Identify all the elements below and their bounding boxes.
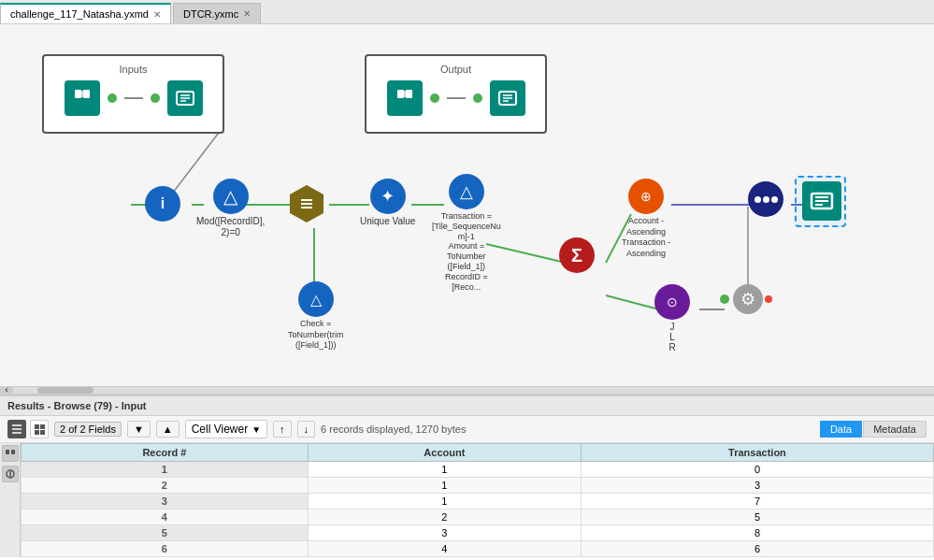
tab-bar: challenge_117_Natasha.yxmd ✕ DTCR.yxmc ✕	[0, 0, 934, 24]
results-title: Results - Browse (79) - Input	[7, 400, 147, 411]
row-icon-1[interactable]	[2, 445, 19, 462]
node-summarize[interactable]: Σ	[559, 237, 595, 273]
tab-dtcr-label: DTCR.yxmc	[183, 8, 238, 20]
cell-account: 1	[308, 478, 581, 494]
output-connector-dot	[430, 93, 439, 103]
cell-record: 6	[22, 541, 309, 557]
node-browse-output[interactable]	[802, 181, 841, 221]
col-transaction: Transaction	[581, 444, 933, 462]
data-meta-tabs: Data Metadata	[820, 421, 927, 438]
output-connector-line	[447, 97, 466, 99]
svg-rect-49	[11, 450, 15, 454]
table-row: 538	[22, 525, 934, 541]
node-connect[interactable]	[748, 181, 783, 217]
svg-rect-44	[35, 424, 39, 429]
node-unique[interactable]: ✦ Unique Value	[360, 179, 415, 226]
table-row: 213	[22, 478, 934, 494]
sort-down-btn[interactable]: ▼	[127, 421, 151, 438]
move-up-btn[interactable]: ↑	[273, 421, 292, 438]
node-formula-mod-label: Mod([RecordID],2)=0	[196, 216, 265, 238]
node-formula-mod[interactable]: △ Mod([RecordID],2)=0	[196, 179, 265, 238]
cell-viewer-label: Cell Viewer	[192, 423, 248, 436]
node-sort-label: Account -AscendingTransaction -Ascending	[622, 216, 670, 260]
records-info: 6 records displayed, 1270 bytes	[321, 424, 466, 435]
output-browse-icon	[490, 80, 525, 116]
cell-record: 3	[22, 494, 309, 510]
node-formula-transaction[interactable]: △ Transaction =[Tile_SequenceNum]-1Amoun…	[432, 174, 501, 292]
svg-line-12	[606, 295, 659, 309]
svg-rect-47	[40, 430, 45, 435]
tab-dtcr-close[interactable]: ✕	[243, 8, 251, 19]
svg-rect-20	[75, 90, 81, 98]
left-icons-panel	[0, 443, 21, 557]
cell-transaction: 7	[581, 494, 933, 510]
tab-dtcr[interactable]: DTCR.yxmc ✕	[173, 3, 261, 23]
cell-record: 2	[22, 478, 309, 494]
node-select[interactable]	[288, 185, 325, 223]
tab-challenge-close[interactable]: ✕	[153, 9, 161, 20]
cell-account: 3	[308, 525, 581, 541]
tab-challenge-label: challenge_117_Natasha.yxmd	[10, 8, 149, 20]
bottom-panel: Results - Browse (79) - Input 2 of 2 Fie…	[0, 395, 934, 560]
cell-transaction: 5	[581, 510, 933, 525]
connector-line	[124, 97, 143, 99]
node-info[interactable]: i	[145, 186, 180, 222]
fields-badge: 2 of 2 Fields	[54, 422, 122, 437]
node-join[interactable]: ⊙ JLR	[654, 284, 690, 352]
table-row: 317	[22, 494, 934, 510]
table-container: Record # Account Transaction 11021331742…	[0, 443, 934, 557]
move-down-btn[interactable]: ↓	[297, 421, 316, 438]
cell-record: 1	[22, 462, 309, 478]
node-sort[interactable]: ⊕ Account -AscendingTransaction -Ascendi…	[622, 179, 670, 260]
connector-dot2	[151, 93, 160, 103]
cell-record: 4	[22, 510, 309, 525]
scroll-left-btn[interactable]: ‹	[0, 386, 13, 394]
inputs-title: Inputs	[55, 64, 211, 75]
cell-record: 5	[22, 525, 309, 541]
cell-transaction: 8	[581, 525, 933, 541]
metadata-tab[interactable]: Metadata	[863, 421, 927, 438]
results-header: Results - Browse (79) - Input	[0, 396, 934, 416]
scrollbar-thumb	[37, 387, 93, 394]
inputs-box: Inputs	[42, 54, 224, 134]
node-join-label: JLR	[668, 322, 675, 352]
table-row: 646	[22, 541, 934, 557]
toolbar-left-icons	[7, 420, 49, 438]
tab-challenge[interactable]: challenge_117_Natasha.yxmd ✕	[0, 3, 171, 23]
table-scroll-area[interactable]: Record # Account Transaction 11021331742…	[21, 443, 934, 557]
node-config[interactable]: ⚙	[720, 284, 772, 314]
grid-view-icon[interactable]	[30, 420, 49, 438]
cell-viewer-dropdown[interactable]: Cell Viewer ▼	[185, 420, 267, 438]
svg-rect-21	[83, 90, 90, 98]
list-view-icon[interactable]	[7, 420, 26, 438]
cell-account: 4	[308, 541, 581, 557]
sort-up-btn[interactable]: ▲	[156, 421, 180, 438]
node-formula-check[interactable]: △ Check =ToNumber(trim([Field_1]))	[288, 281, 344, 352]
output-connector-dot2	[473, 93, 482, 103]
table-row: 425	[22, 510, 934, 525]
inputs-book-icon	[65, 80, 100, 116]
row-icon-2[interactable]	[2, 466, 19, 482]
output-box: Output	[365, 54, 547, 134]
output-title: Output	[378, 64, 534, 75]
data-table: Record # Account Transaction 11021331742…	[21, 443, 934, 557]
cell-transaction: 6	[581, 541, 933, 557]
node-unique-label: Unique Value	[360, 216, 415, 226]
canvas-area: Inputs Output i	[0, 24, 934, 395]
toolbar-row: 2 of 2 Fields ▼ ▲ Cell Viewer ▼ ↑ ↓ 6 re…	[0, 416, 934, 443]
node-config-connector	[720, 294, 729, 304]
col-record: Record #	[22, 444, 309, 462]
node-config-minus	[765, 295, 772, 303]
svg-rect-48	[6, 450, 9, 454]
cell-account: 1	[308, 494, 581, 510]
dropdown-arrow-icon: ▼	[251, 424, 261, 435]
connector-dot	[108, 93, 117, 103]
data-tab[interactable]: Data	[820, 421, 862, 438]
inputs-browse-icon	[167, 80, 203, 116]
node-formula-check-label: Check =ToNumber(trim([Field_1]))	[288, 319, 344, 352]
svg-rect-27	[397, 90, 404, 98]
svg-rect-46	[35, 430, 39, 435]
col-account: Account	[308, 444, 581, 462]
node-formula-transaction-label: Transaction =[Tile_SequenceNum]-1Amount …	[432, 211, 501, 292]
canvas-scrollbar[interactable]	[0, 386, 934, 394]
